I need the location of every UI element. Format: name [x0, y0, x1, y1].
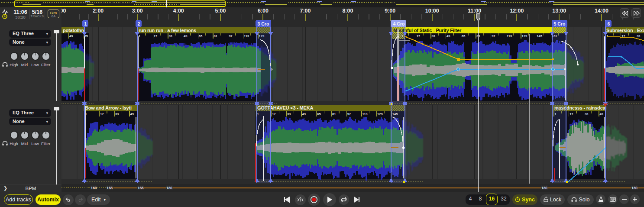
svg-text:33: 33: [431, 34, 435, 38]
svg-text:8:00: 8:00: [342, 8, 353, 14]
svg-text:113: 113: [507, 34, 512, 38]
svg-text:17: 17: [272, 112, 275, 116]
svg-text:145: 145: [537, 34, 542, 38]
svg-text:65: 65: [317, 112, 320, 116]
svg-text:14:00: 14:00: [595, 8, 608, 14]
svg-text:49: 49: [302, 112, 306, 116]
svg-text:4:00: 4:00: [173, 8, 184, 14]
svg-text:1: 1: [84, 21, 87, 26]
svg-text:5:00: 5:00: [215, 8, 226, 14]
svg-text:13:00: 13:00: [552, 8, 566, 14]
svg-text:65: 65: [462, 34, 465, 38]
svg-text:12:00: 12:00: [510, 8, 524, 14]
svg-text:113: 113: [362, 112, 367, 116]
svg-text:168: 168: [137, 186, 143, 190]
svg-text:1: 1: [607, 34, 608, 38]
svg-text:81: 81: [332, 112, 336, 116]
svg-text:6:00: 6:00: [258, 8, 269, 14]
svg-text:run run run - a few lemons: run run run - a few lemons: [139, 28, 196, 33]
svg-text:49: 49: [600, 112, 603, 116]
svg-text:1:00: 1:00: [61, 8, 66, 14]
svg-text:Submersion - Exodus: Submersion - Exodus: [606, 28, 644, 33]
svg-text:7:00: 7:00: [300, 8, 311, 14]
svg-text:11:00: 11:00: [468, 8, 481, 14]
svg-text:129: 129: [377, 112, 383, 116]
svg-text:2: 2: [138, 21, 140, 26]
svg-text:3 Cro: 3 Cro: [258, 21, 269, 26]
svg-text:180: 180: [166, 186, 172, 190]
svg-text:65: 65: [199, 34, 202, 38]
svg-text:97: 97: [492, 34, 495, 38]
svg-text:33: 33: [287, 112, 291, 116]
svg-text:129: 129: [522, 34, 527, 38]
svg-text:9:00: 9:00: [385, 8, 395, 14]
svg-text:1: 1: [139, 34, 140, 38]
svg-text:2:00: 2:00: [93, 8, 104, 14]
svg-text:168: 168: [107, 186, 113, 190]
svg-text:160: 160: [91, 186, 97, 190]
svg-text:4 Cro: 4 Cro: [393, 21, 405, 26]
svg-text:180: 180: [631, 186, 638, 190]
svg-text:97: 97: [229, 34, 232, 38]
svg-text:3:00: 3:00: [132, 8, 143, 14]
svg-text:17: 17: [100, 112, 104, 116]
svg-text:49: 49: [69, 34, 73, 38]
svg-text:49: 49: [130, 112, 134, 116]
svg-text:33: 33: [168, 34, 172, 38]
svg-text:33: 33: [115, 112, 119, 116]
svg-text:17: 17: [417, 34, 420, 38]
svg-text:Bow and Arrow - Isyti: Bow and Arrow - Isyti: [85, 105, 132, 110]
svg-text:5 Cro: 5 Cro: [554, 21, 566, 26]
svg-text:17: 17: [570, 112, 573, 116]
svg-text:6: 6: [608, 21, 610, 26]
svg-text:81: 81: [214, 34, 217, 38]
svg-text:49: 49: [184, 34, 187, 38]
svg-text:49: 49: [447, 34, 450, 38]
svg-text:97: 97: [347, 112, 351, 116]
svg-text:17: 17: [154, 34, 157, 38]
svg-text:33: 33: [637, 34, 640, 38]
svg-text:180: 180: [541, 186, 547, 190]
svg-text:10:00: 10:00: [425, 8, 439, 14]
svg-text:113: 113: [244, 34, 249, 38]
svg-text:33: 33: [585, 112, 588, 116]
